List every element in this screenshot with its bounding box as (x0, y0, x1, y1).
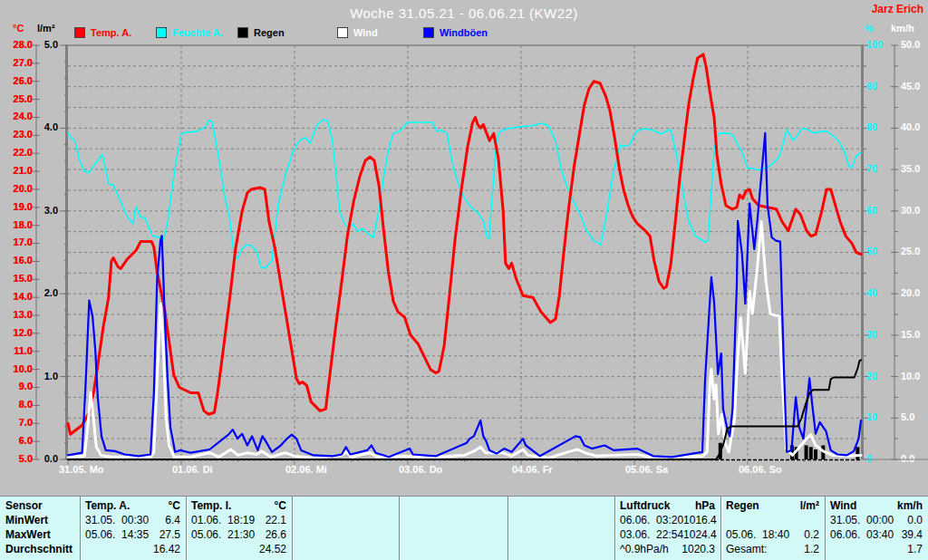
col-1-avg: 16.42 (80, 542, 186, 556)
svg-text:28.0: 28.0 (14, 39, 33, 50)
svg-text:9.0: 9.0 (19, 381, 33, 391)
humidity-tick-label: 30 (866, 329, 877, 340)
col-8-header: Windkm/h (825, 498, 928, 513)
humidity-tick-label: 20 (866, 371, 877, 381)
table-divider (399, 497, 400, 560)
col-3-max (292, 527, 399, 542)
table-divider (614, 497, 615, 560)
weather-chart-screen: Woche 31.05.21 - 06.06.21 (KW22) Jarz Er… (0, 0, 928, 560)
svg-text:14.0: 14.0 (14, 291, 33, 302)
col-1-max: 05.06. 14:3527.5 (80, 527, 186, 542)
day-label: 06.06. So (739, 464, 782, 475)
col-4-min (399, 513, 508, 527)
col-6-min: 06.06. 03:201016.4 (614, 513, 720, 527)
svg-text:13.0: 13.0 (14, 309, 33, 320)
svg-text:26.0: 26.0 (14, 75, 33, 86)
col-5-min (508, 513, 614, 527)
humidity-tick-label: 100 (866, 39, 883, 50)
col-7-min (720, 513, 825, 527)
table-divider (825, 497, 826, 560)
col-4-max (399, 527, 508, 542)
svg-text:18.0: 18.0 (14, 219, 33, 230)
col-5-max (508, 527, 614, 542)
wind-tick-label: 35.0 (901, 163, 920, 174)
wind-tick-label: 45.0 (901, 81, 920, 92)
rain-tick-label: 1.0 (44, 371, 58, 381)
col-2-max: 05.06. 21:3026.6 (186, 527, 292, 542)
wind-tick-label: 5.0 (901, 411, 914, 422)
col-3-header (292, 498, 399, 513)
humidity-tick-label: 50 (866, 246, 877, 256)
day-label: 04.06. Fr (512, 464, 553, 475)
col-7-avg: Gesamt:1.2 (720, 542, 825, 556)
table-divider (720, 497, 721, 560)
series-feuchte-a- (68, 120, 861, 268)
col-8-avg: 1.7 (825, 542, 928, 556)
wind-tick-label: 10.0 (901, 371, 920, 381)
humidity-tick-label: 40 (866, 287, 877, 298)
wind-tick-label: 30.0 (901, 205, 920, 216)
day-label: 03.06. Do (399, 464, 443, 475)
wind-tick-label: 40.0 (901, 121, 920, 132)
rain-tick-label: 0.0 (44, 453, 58, 464)
humidity-tick-label: 10 (866, 411, 877, 422)
col-7-max: 05.06. 18:400.2 (720, 527, 825, 542)
col-5-header (508, 498, 614, 513)
svg-text:20.0: 20.0 (14, 183, 33, 194)
rain-tick-label: 3.0 (44, 205, 58, 216)
col-2-min: 01.06. 18:1922.1 (186, 513, 292, 527)
col-1-min: 31.05. 00:306.4 (80, 513, 186, 527)
svg-text:27.0: 27.0 (14, 57, 33, 68)
col-3-min (292, 513, 399, 527)
table-divider (508, 497, 508, 560)
svg-text:21.0: 21.0 (14, 165, 33, 176)
svg-text:15.0: 15.0 (14, 273, 33, 284)
series-temp-a- (68, 54, 861, 434)
svg-text:22.0: 22.0 (14, 147, 33, 158)
svg-text:24.0: 24.0 (14, 111, 33, 121)
axis-wind: 50.045.040.035.030.025.020.015.010.05.00… (891, 39, 920, 464)
row-label-maxwert: MaxWert (0, 527, 80, 542)
svg-text:6.0: 6.0 (19, 435, 33, 446)
wind-tick-label: 15.0 (901, 329, 920, 340)
day-label: 31.05. Mo (59, 464, 104, 475)
col-8-min: 31.05. 00:000.0 (825, 513, 928, 527)
col-6-max: 03.06. 22:541024.4 (614, 527, 720, 542)
svg-text:5.0: 5.0 (19, 453, 33, 464)
wind-tick-label: 50.0 (901, 39, 920, 50)
weather-week-chart: 28.027.026.025.024.023.022.021.020.019.0… (0, 0, 928, 496)
row-label-durchschnitt: Durchschnitt (0, 542, 80, 556)
svg-text:10.0: 10.0 (14, 363, 33, 374)
wind-tick-label: 0.0 (901, 453, 914, 464)
humidity-tick-label: 80 (866, 121, 877, 132)
table-divider (80, 497, 81, 560)
svg-text:8.0: 8.0 (19, 399, 33, 410)
col-4-avg (399, 542, 508, 556)
svg-text:12.0: 12.0 (14, 327, 33, 338)
row-label-sensor: Sensor (0, 498, 80, 513)
axis-days: 31.05. Mo01.06. Di02.06. Mi03.06. Do04.0… (59, 459, 928, 475)
col-8-max: 06.06. 03:4039.4 (825, 527, 928, 542)
svg-text:16.0: 16.0 (14, 255, 33, 266)
day-label: 05.06. Sa (625, 464, 669, 475)
row-label-minwert: MinWert (0, 513, 80, 527)
col-4-header (399, 498, 508, 513)
svg-text:11.0: 11.0 (14, 345, 33, 356)
col-7-header: Regenl/m² (720, 498, 825, 513)
rain-tick-label: 5.0 (44, 39, 58, 50)
humidity-tick-label: 90 (866, 81, 877, 92)
axis-humidity: 1009080706050403020100 (864, 39, 883, 464)
table-divider (292, 497, 293, 560)
axis-rain: 5.04.03.02.01.00.0 (44, 39, 68, 464)
wind-tick-label: 25.0 (901, 246, 920, 256)
table-divider (186, 497, 187, 560)
col-1-header: Temp. A.°C (80, 498, 186, 513)
col-6-header: LuftdruckhPa (614, 498, 720, 513)
day-label: 02.06. Mi (285, 464, 327, 475)
svg-text:19.0: 19.0 (14, 201, 33, 212)
svg-text:17.0: 17.0 (14, 237, 33, 247)
day-label: 01.06. Di (172, 464, 213, 475)
col-5-avg (508, 542, 614, 556)
series-windb-en (68, 133, 861, 457)
svg-text:7.0: 7.0 (19, 417, 33, 428)
